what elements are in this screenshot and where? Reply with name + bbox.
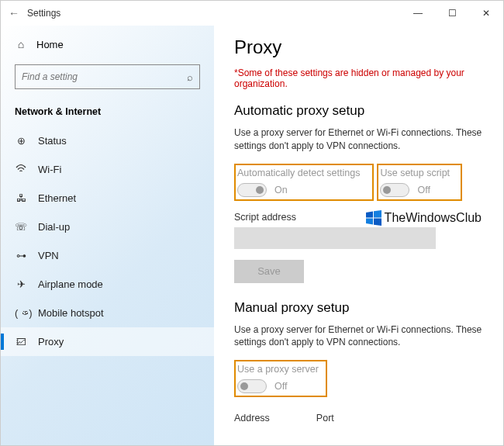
sidebar-item-label: Proxy [38, 336, 64, 347]
auto-heading: Automatic proxy setup [234, 103, 483, 119]
auto-detect-label: Automatically detect settings [237, 168, 369, 178]
maximize-button[interactable]: ☐ [435, 1, 469, 26]
search-box[interactable]: ⌕ [15, 64, 200, 89]
home-nav[interactable]: ⌂ Home [1, 32, 214, 57]
sidebar-item-wifi[interactable]: Wi-Fi [1, 155, 214, 184]
sidebar-item-label: Dial-up [38, 221, 70, 233]
sidebar-item-label: VPN [38, 250, 59, 261]
watermark-logo-icon [366, 210, 381, 226]
sidebar-item-vpn[interactable]: ⊶ VPN [1, 241, 214, 270]
save-button[interactable]: Save [234, 260, 304, 283]
page-title: Proxy [234, 36, 483, 58]
search-icon: ⌕ [187, 71, 193, 83]
section-header: Network & Internet [1, 100, 214, 126]
search-input[interactable] [22, 71, 187, 82]
airplane-icon: ✈ [15, 278, 27, 290]
home-label: Home [36, 39, 64, 50]
window-title: Settings [27, 8, 60, 19]
sidebar-item-label: Ethernet [38, 192, 76, 204]
sidebar-item-dialup[interactable]: ☏ Dial-up [1, 213, 214, 241]
sidebar-item-label: Airplane mode [38, 278, 103, 290]
home-icon: ⌂ [15, 38, 27, 50]
auto-detect-state: On [274, 185, 288, 195]
back-icon[interactable]: ← [9, 7, 27, 19]
setup-script-state: Off [417, 185, 430, 195]
setup-script-toggle[interactable] [380, 183, 409, 197]
sidebar-item-label: Status [38, 135, 67, 147]
sidebar-item-hotspot[interactable]: (ဖ) Mobile hotspot [1, 299, 214, 327]
manual-desc: Use a proxy server for Ethernet or Wi-Fi… [234, 323, 483, 350]
hotspot-icon: (ဖ) [15, 307, 27, 319]
use-proxy-state: Off [274, 381, 287, 392]
port-label: Port [316, 413, 334, 424]
use-proxy-block: Use a proxy server Off [234, 360, 327, 397]
sidebar-item-label: Mobile hotspot [38, 307, 104, 319]
proxy-icon: 🗠 [15, 336, 27, 347]
address-port-row: Address Port [234, 413, 483, 424]
sidebar-item-proxy[interactable]: 🗠 Proxy [1, 327, 214, 356]
sidebar-item-ethernet[interactable]: 🖧 Ethernet [1, 184, 214, 213]
svg-marker-3 [374, 219, 381, 226]
svg-marker-1 [374, 210, 381, 218]
auto-detect-block: Automatically detect settings On [234, 164, 374, 201]
auto-detect-toggle[interactable] [237, 183, 267, 197]
manual-heading: Manual proxy setup [234, 300, 483, 316]
ethernet-icon: 🖧 [15, 192, 27, 204]
content-pane: Proxy *Some of these settings are hidden… [214, 26, 503, 445]
use-proxy-label: Use a proxy server [237, 364, 323, 375]
close-button[interactable]: ✕ [469, 1, 503, 26]
wifi-icon [15, 164, 27, 175]
title-bar: ← Settings — ☐ ✕ [1, 1, 503, 26]
address-label: Address [234, 413, 270, 424]
svg-marker-0 [366, 212, 373, 218]
window-controls: — ☐ ✕ [401, 1, 503, 26]
sidebar-item-airplane[interactable]: ✈ Airplane mode [1, 270, 214, 299]
sidebar: ⌂ Home ⌕ Network & Internet ⊕ Status Wi-… [1, 26, 214, 445]
setup-script-label: Use setup script [380, 168, 457, 178]
use-proxy-toggle[interactable] [237, 379, 267, 393]
auto-desc: Use a proxy server for Ethernet or Wi-Fi… [234, 126, 483, 153]
status-icon: ⊕ [15, 135, 27, 147]
main-area: ⌂ Home ⌕ Network & Internet ⊕ Status Wi-… [1, 26, 503, 445]
vpn-icon: ⊶ [15, 250, 27, 261]
sidebar-item-status[interactable]: ⊕ Status [1, 126, 214, 155]
minimize-button[interactable]: — [401, 1, 435, 26]
watermark-text: TheWindowsClub [385, 211, 482, 225]
sidebar-item-label: Wi-Fi [38, 164, 61, 175]
setup-script-block: Use setup script Off [377, 164, 462, 201]
org-warning: *Some of these settings are hidden or ma… [234, 67, 483, 89]
watermark: TheWindowsClub [366, 210, 482, 226]
dialup-icon: ☏ [15, 221, 27, 233]
script-address-input[interactable] [234, 227, 436, 249]
svg-marker-2 [366, 219, 373, 225]
